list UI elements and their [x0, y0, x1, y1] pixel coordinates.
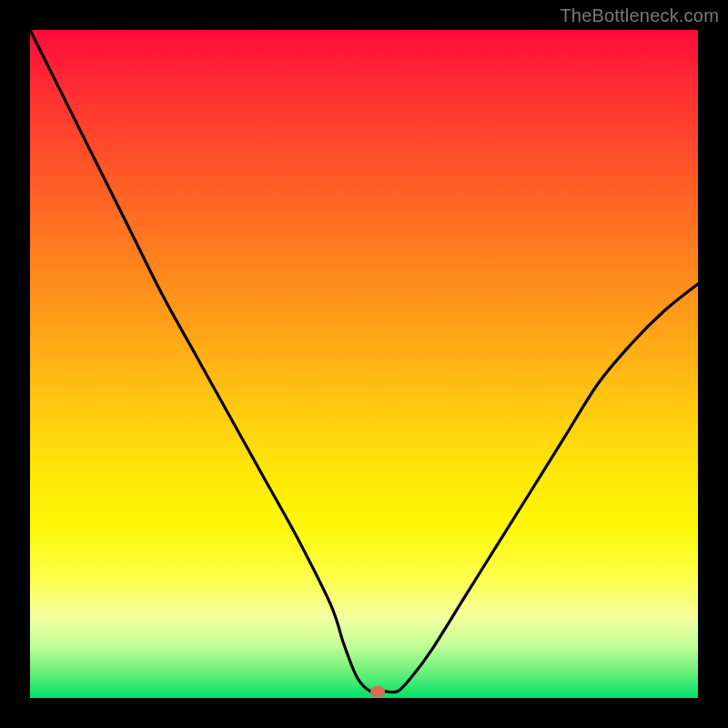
curve-svg — [30, 30, 698, 698]
optimal-marker — [370, 686, 385, 697]
chart-frame: TheBottleneck.com — [0, 0, 728, 728]
plot-area — [30, 30, 698, 698]
bottleneck-curve — [30, 30, 698, 693]
watermark-text: TheBottleneck.com — [560, 5, 719, 26]
